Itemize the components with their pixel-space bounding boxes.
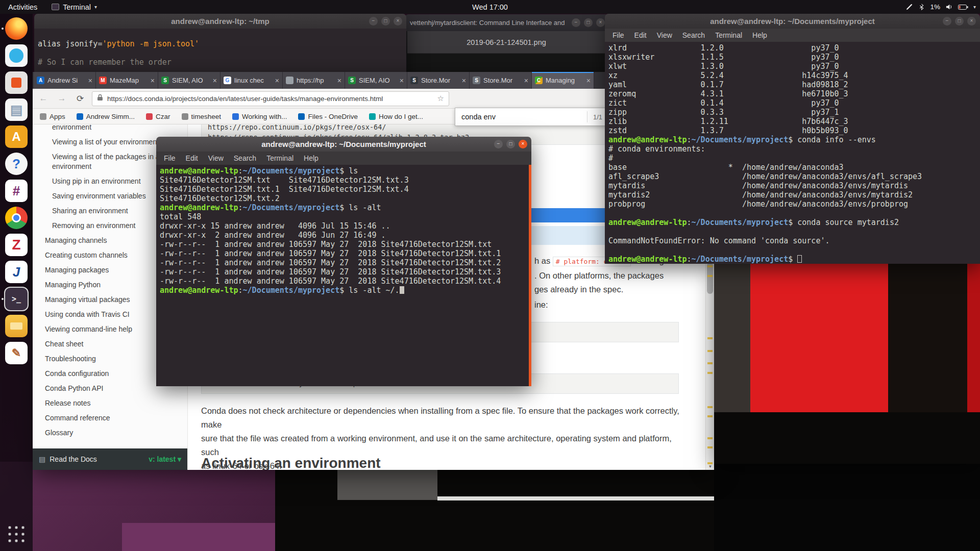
dock-firefox[interactable] <box>0 17 33 40</box>
browser-tab-1[interactable]: MMazeMap× <box>96 72 158 89</box>
clock[interactable]: Wed 17:00 <box>472 3 508 11</box>
tab-close-icon[interactable]: × <box>400 77 404 85</box>
close-button[interactable]: × <box>967 17 976 26</box>
impress-glyph: A <box>12 130 20 144</box>
maximize-button[interactable]: □ <box>955 17 964 26</box>
menu-help[interactable]: Help <box>299 153 323 164</box>
bookmark-item[interactable]: Andrew Simm... <box>77 113 135 120</box>
menu-help[interactable]: Help <box>748 30 772 41</box>
terminal-scrollbar[interactable] <box>529 165 531 386</box>
readthedocs-bar[interactable]: ▤ Read the Docs v: latest ▾ <box>33 448 187 470</box>
bookmark-item[interactable]: Files - OneDrive <box>298 113 358 120</box>
menu-terminal[interactable]: Terminal <box>262 153 298 164</box>
tab-close-icon[interactable]: × <box>275 77 279 85</box>
browser-tab-7[interactable]: SStore.Mor× <box>470 72 532 89</box>
bookmark-item[interactable]: timesheet <box>182 113 222 120</box>
bookmark-item[interactable]: Czar <box>146 113 170 120</box>
tab-close-icon[interactable]: × <box>462 77 466 85</box>
text-run: ~/Documents/myproject <box>692 218 789 227</box>
menu-edit[interactable]: Edit <box>630 30 651 41</box>
chrome-icon <box>5 207 28 229</box>
menu-search[interactable]: Search <box>678 30 709 41</box>
rtd-version-selector[interactable]: v: latest ▾ <box>149 455 181 463</box>
minimize-button[interactable]: − <box>369 17 378 26</box>
tab-close-icon[interactable]: × <box>586 77 591 85</box>
system-tray[interactable]: 1% ▾ <box>905 0 976 14</box>
tab-close-icon[interactable]: × <box>88 77 92 85</box>
sidebar-item[interactable]: Release notes <box>33 396 187 411</box>
browser-tab-2[interactable]: SSIEM, AIO× <box>158 72 220 89</box>
bookmark-item[interactable]: Apps <box>40 113 65 120</box>
app-menu[interactable]: Terminal ▾ <box>45 0 103 14</box>
minimize-button[interactable]: − <box>572 18 580 27</box>
window-titlebar[interactable]: andrew@andrew-ltp: ~/Documents/myproject… <box>605 14 980 29</box>
menu-edit[interactable]: Edit <box>181 153 203 164</box>
dock-help[interactable]: ? <box>0 153 33 175</box>
terminal-line: drwxr-xr-x 2 andrew andrew 4096 Jun 27 1… <box>160 231 528 240</box>
bookmark-item[interactable]: How do I get... <box>369 113 423 120</box>
terminal-window-right[interactable]: andrew@andrew-ltp: ~/Documents/myproject… <box>605 14 980 264</box>
terminal-window-center[interactable]: andrew@andrew-ltp: ~/Documents/myproject… <box>156 137 531 386</box>
terminal-content[interactable]: xlrd 1.2.0 py37_0xlsxwriter 1.1.5 py37_0… <box>605 42 980 264</box>
sidebar-item[interactable]: Command reference <box>33 411 187 425</box>
sidebar-item[interactable]: Glossary <box>33 425 187 440</box>
close-button[interactable]: × <box>519 140 527 148</box>
bookmark-star-icon[interactable]: ☆ <box>437 94 444 103</box>
dock-chat[interactable] <box>0 44 33 67</box>
browser-tab-8[interactable]: CManaging× <box>532 72 594 89</box>
browser-tab-5[interactable]: SSIEM, AIO× <box>345 72 407 89</box>
menu-file[interactable]: File <box>608 30 629 41</box>
dock-files[interactable] <box>0 315 33 337</box>
bookmark-item[interactable]: Working with... <box>232 113 287 120</box>
browser-tab-0[interactable]: AAndrew Si× <box>34 72 96 89</box>
activities-button[interactable]: Activities <box>0 0 45 14</box>
dock-notes[interactable]: ✎ <box>0 342 33 364</box>
forward-button[interactable]: → <box>55 93 68 104</box>
terminal-content[interactable]: andrew@andrew-ltp:~/Documents/myproject$… <box>156 165 531 386</box>
dock-document[interactable]: ▤ <box>0 98 33 121</box>
back-button[interactable]: ← <box>37 93 50 104</box>
browser-tab-3[interactable]: Glinux chec× <box>220 72 283 89</box>
divider <box>587 111 587 122</box>
window-titlebar[interactable]: andrew@andrew-ltp: ~/Documents/myproject… <box>156 137 531 152</box>
menu-view[interactable]: View <box>652 30 677 41</box>
window-titlebar[interactable]: vettenhj/mytardisclient: Command Line In… <box>405 14 609 31</box>
maximize-button[interactable]: □ <box>506 140 515 148</box>
dock-chrome[interactable] <box>0 207 33 229</box>
refresh-button[interactable]: ⟳ <box>74 93 87 104</box>
menu-file[interactable]: File <box>159 153 180 164</box>
dock-slack[interactable]: # <box>0 180 33 202</box>
close-button[interactable]: × <box>596 18 605 27</box>
maximize-button[interactable]: □ <box>584 18 593 27</box>
browser-tab-6[interactable]: SStore.Mor× <box>407 72 470 89</box>
menu-search[interactable]: Search <box>229 153 261 164</box>
dock-zotero[interactable]: Z <box>0 234 33 256</box>
url-bar[interactable]: https://docs.conda.io/projects/conda/en/… <box>92 91 449 106</box>
dock-jabref[interactable]: J <box>0 261 33 283</box>
find-match-mark <box>707 350 713 352</box>
window-titlebar[interactable]: andrew@andrew-ltp: ~/tmp − □ × <box>34 14 406 29</box>
dock-terminal[interactable]: >_ <box>0 288 33 310</box>
image-viewer-titlebar[interactable]: 2019-06-21-124501.png <box>407 31 605 54</box>
text-run: ls <box>349 166 358 176</box>
help-glyph: ? <box>12 156 20 172</box>
sidebar-item[interactable]: environment <box>33 124 187 135</box>
maximize-button[interactable]: □ <box>381 17 390 26</box>
minimize-button[interactable]: − <box>494 140 503 148</box>
menu-terminal[interactable]: Terminal <box>710 30 747 41</box>
bookmark-label: Files - OneDrive <box>308 113 358 120</box>
tab-close-icon[interactable]: × <box>213 77 217 85</box>
menu-view[interactable]: View <box>204 153 228 164</box>
scroll-down-icon[interactable]: ▼ <box>706 464 715 469</box>
close-button[interactable]: × <box>394 17 402 26</box>
find-query[interactable]: conda env <box>455 113 496 121</box>
dock-show-apps[interactable] <box>0 524 33 544</box>
tab-close-icon[interactable]: × <box>151 77 155 85</box>
browser-tab-4[interactable]: https://hp× <box>283 72 345 89</box>
dock-impress[interactable]: A <box>0 126 33 148</box>
minimize-button[interactable]: − <box>943 17 951 26</box>
dock-software[interactable] <box>0 71 33 94</box>
image-region <box>967 264 980 412</box>
tab-close-icon[interactable]: × <box>524 77 528 85</box>
tab-close-icon[interactable]: × <box>337 77 341 85</box>
